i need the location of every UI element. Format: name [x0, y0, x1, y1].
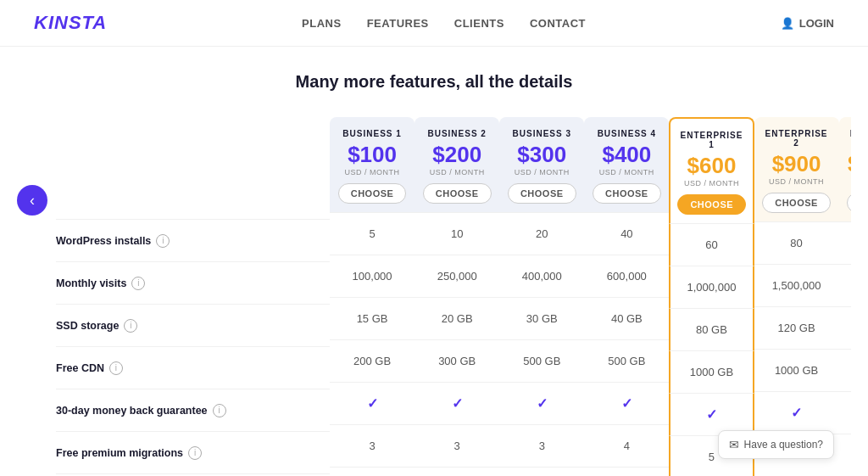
chat-bubble[interactable]: ✉ Have a question?: [718, 430, 834, 459]
plan-cell-business1-5: 3: [330, 424, 415, 467]
plan-cell-business1-0: 5: [330, 212, 415, 255]
plan-cell-business4-1: 600,000: [584, 255, 669, 297]
plan-cell-business3-1: 400,000: [499, 255, 584, 297]
choose-button-business3[interactable]: CHOOSE: [508, 183, 576, 204]
nav-link-contact[interactable]: CONTACT: [530, 17, 586, 30]
plan-cell-business1-6: ✓: [330, 467, 415, 476]
plan-period-business4: USD / MONTH: [591, 168, 662, 176]
feature-row-3: Free CDNi: [56, 346, 330, 389]
nav-link-features[interactable]: FEATURES: [367, 17, 429, 30]
plan-cell-business2-3: 300 GB: [415, 339, 499, 382]
plan-cell-enterprise2-4: ✓: [754, 391, 839, 434]
feature-label-5: Free premium migrations: [56, 447, 183, 459]
plan-price-enterprise1: $600: [677, 153, 745, 179]
plan-cell-business4-2: 40 GB: [584, 297, 669, 339]
plans-container: BUSINESS 1$100USD / MONTHCHOOSE5100,0001…: [330, 117, 851, 476]
header-spacer: [56, 117, 330, 219]
plan-cell-business3-6: ✓: [499, 467, 584, 476]
plan-cell-business4-0: 40: [584, 212, 669, 255]
checkmark-business4-4: ✓: [621, 395, 632, 412]
info-icon-4[interactable]: i: [213, 404, 226, 417]
plan-cell-business3-5: 3: [499, 424, 584, 467]
plan-period-business1: USD / MONTH: [337, 168, 408, 176]
choose-button-enterprise2[interactable]: CHOOSE: [762, 193, 831, 213]
nav-link-clients[interactable]: CLIENTS: [454, 17, 504, 30]
plan-name-business3: BUSINESS 3: [506, 129, 577, 138]
feature-label-2: SSD storage: [56, 320, 119, 332]
plan-cell-business1-2: 15 GB: [330, 297, 415, 339]
login-button[interactable]: 👤 LOGIN: [781, 17, 834, 30]
plan-cell-business1-1: 100,000: [330, 255, 415, 297]
plan-cell-enterprise3-0: 120: [839, 221, 851, 264]
plan-name-enterprise2: ENTERPRISE 2: [761, 129, 832, 148]
nav-link-plans[interactable]: PLANS: [302, 17, 342, 30]
plan-cell-business2-2: 20 GB: [415, 297, 499, 339]
plan-col-enterprise2: ENTERPRISE 2$900USD / MONTHCHOOSE801,500…: [754, 117, 839, 476]
plan-cell-business3-0: 20: [499, 212, 584, 255]
plan-cell-business4-5: 4: [584, 424, 669, 467]
plan-col-enterprise3: ENTERPRISE 3$1,200USD / MONTHCHOOSE1202,…: [839, 117, 851, 476]
chat-icon: ✉: [729, 438, 739, 451]
choose-button-business4[interactable]: CHOOSE: [593, 183, 661, 204]
plan-name-business2: BUSINESS 2: [421, 129, 492, 138]
plan-period-enterprise2: USD / MONTH: [761, 177, 832, 186]
plan-cell-enterprise1-1: 1,000,000: [669, 266, 754, 308]
choose-button-enterprise3[interactable]: CHOOSE: [847, 193, 851, 213]
plan-cell-enterprise3-2: 150 GB: [839, 306, 851, 349]
info-icon-3[interactable]: i: [109, 361, 123, 375]
plan-cell-business2-4: ✓: [415, 382, 499, 424]
plan-price-business2: $200: [421, 142, 492, 168]
feature-labels-column: WordPress installsiMonthly visitsiSSD st…: [56, 117, 330, 476]
plan-cell-business4-6: ✓: [584, 467, 669, 476]
plan-cell-enterprise2-1: 1,500,000: [754, 264, 839, 306]
info-icon-2[interactable]: i: [124, 319, 137, 333]
brand-logo[interactable]: KINSTA: [34, 12, 107, 34]
nav-links: PLANSFEATURESCLIENTSCONTACT: [302, 17, 586, 30]
checkmark-business1-4: ✓: [367, 395, 378, 412]
user-icon: 👤: [781, 17, 794, 30]
plan-col-business2: BUSINESS 2$200USD / MONTHCHOOSE10250,000…: [415, 117, 499, 476]
plan-cell-business4-3: 500 GB: [584, 339, 669, 382]
plan-cell-business3-3: 500 GB: [499, 339, 584, 382]
plan-price-enterprise2: $900: [761, 151, 832, 177]
plan-header-enterprise2: ENTERPRISE 2$900USD / MONTHCHOOSE: [754, 117, 839, 221]
plan-cell-enterprise2-3: 1000 GB: [754, 349, 839, 391]
feature-row-1: Monthly visitsi: [56, 261, 330, 304]
choose-button-enterprise1[interactable]: CHOOSE: [677, 194, 746, 215]
plan-cell-business4-4: ✓: [584, 382, 669, 424]
plan-price-business1: $100: [337, 142, 408, 168]
plan-cell-enterprise2-0: 80: [754, 221, 839, 264]
plan-period-enterprise3: USD / MONTH: [846, 177, 851, 186]
checkmark-business2-4: ✓: [452, 395, 463, 412]
choose-button-business2[interactable]: CHOOSE: [423, 183, 492, 204]
page-title: Many more features, all the details: [0, 47, 868, 109]
info-icon-0[interactable]: i: [156, 234, 170, 248]
plan-period-business2: USD / MONTH: [421, 168, 492, 176]
plan-cell-business3-2: 30 GB: [499, 297, 584, 339]
plan-cell-business3-4: ✓: [499, 382, 584, 424]
info-icon-5[interactable]: i: [188, 446, 202, 460]
plan-header-business2: BUSINESS 2$200USD / MONTHCHOOSE: [415, 117, 499, 212]
plan-period-business3: USD / MONTH: [506, 168, 577, 176]
scroll-left-button[interactable]: ‹: [17, 185, 47, 216]
feature-row-5: Free premium migrationsi: [56, 431, 330, 473]
plan-cell-business1-3: 200 GB: [330, 339, 415, 382]
plan-name-enterprise1: ENTERPRISE 1: [677, 131, 745, 149]
plan-col-enterprise1: ENTERPRISE 1$600USD / MONTHCHOOSE601,000…: [669, 117, 754, 476]
plan-cell-business2-5: 3: [415, 424, 499, 467]
pricing-wrapper: ‹ WordPress installsiMonthly visitsiSSD …: [0, 109, 868, 476]
plan-cell-business2-6: ✓: [415, 467, 499, 476]
plan-price-business4: $400: [591, 142, 662, 168]
plan-cell-enterprise1-3: 1000 GB: [669, 350, 754, 393]
plan-header-business1: BUSINESS 1$100USD / MONTHCHOOSE: [330, 117, 415, 212]
plan-cell-enterprise1-0: 60: [669, 223, 754, 266]
plan-cell-enterprise3-1: 2,000,000: [839, 264, 851, 306]
checkmark-enterprise2-4: ✓: [791, 405, 802, 421]
info-icon-1[interactable]: i: [131, 277, 145, 290]
choose-button-business1[interactable]: CHOOSE: [338, 183, 407, 204]
plan-col-business3: BUSINESS 3$300USD / MONTHCHOOSE20400,000…: [499, 117, 584, 476]
plan-cell-enterprise1-4: ✓: [669, 393, 754, 435]
plan-col-business4: BUSINESS 4$400USD / MONTHCHOOSE40600,000…: [584, 117, 669, 476]
plan-header-business3: BUSINESS 3$300USD / MONTHCHOOSE: [499, 117, 584, 212]
plan-header-enterprise3: ENTERPRISE 3$1,200USD / MONTHCHOOSE: [839, 117, 851, 221]
